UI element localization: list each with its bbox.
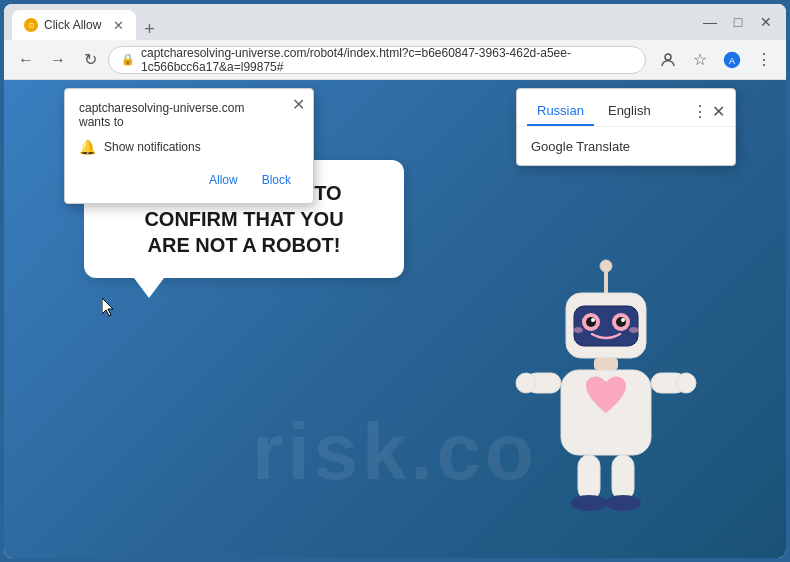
svg-point-13 <box>621 318 625 322</box>
svg-point-14 <box>573 327 583 333</box>
translate-popup: Russian English ⋮ ✕ Google Translate <box>516 88 736 166</box>
translate-tabs: Russian English ⋮ ✕ <box>517 89 735 127</box>
svg-point-12 <box>591 318 595 322</box>
robot-container <box>506 258 706 538</box>
address-input[interactable]: 🔒 captcharesolving-universe.com/robot4/i… <box>108 46 646 74</box>
cursor <box>102 298 116 318</box>
popup-notification-row: 🔔 Show notifications <box>79 139 299 155</box>
url-text: captcharesolving-universe.com/robot4/ind… <box>141 46 633 74</box>
browser-content: risk.co ✕ captcharesolving-universe.com … <box>4 80 786 558</box>
allow-button[interactable]: Allow <box>201 169 246 191</box>
translate-close-button[interactable]: ✕ <box>712 102 725 121</box>
svg-point-0 <box>665 54 671 60</box>
popup-show-text: Show notifications <box>104 140 201 154</box>
address-actions: ☆ A ⋮ <box>654 46 778 74</box>
forward-button[interactable]: → <box>44 46 72 74</box>
tab-english[interactable]: English <box>598 97 661 126</box>
back-button[interactable]: ← <box>12 46 40 74</box>
svg-marker-3 <box>102 298 113 316</box>
svg-point-11 <box>616 317 626 327</box>
tab-close-icon[interactable]: ✕ <box>113 18 124 33</box>
browser-window: ⊙ Click Allow ✕ + — □ ✕ ← → ↻ 🔒 captchar… <box>4 4 786 558</box>
address-bar: ← → ↻ 🔒 captcharesolving-universe.com/ro… <box>4 40 786 80</box>
refresh-button[interactable]: ↻ <box>76 46 104 74</box>
title-bar: ⊙ Click Allow ✕ + — □ ✕ <box>4 4 786 40</box>
svg-point-24 <box>571 495 607 511</box>
svg-point-10 <box>586 317 596 327</box>
translate-body: Google Translate <box>517 127 735 165</box>
bell-icon: 🔔 <box>79 139 96 155</box>
watermark: risk.co <box>252 406 538 498</box>
svg-rect-16 <box>594 358 618 370</box>
lock-icon: 🔒 <box>121 53 135 66</box>
svg-rect-22 <box>578 455 600 500</box>
minimize-button[interactable]: — <box>698 10 722 34</box>
popup-close-button[interactable]: ✕ <box>292 95 305 114</box>
profile-button[interactable] <box>654 46 682 74</box>
svg-point-5 <box>600 260 612 272</box>
svg-point-15 <box>629 327 639 333</box>
notification-popup: ✕ captcharesolving-universe.com wants to… <box>64 88 314 204</box>
new-tab-button[interactable]: + <box>136 19 163 40</box>
close-button[interactable]: ✕ <box>754 10 778 34</box>
svg-point-21 <box>676 373 696 393</box>
tab-title: Click Allow <box>44 18 101 32</box>
tab-bar: ⊙ Click Allow ✕ + <box>12 4 698 40</box>
svg-point-19 <box>516 373 536 393</box>
translate-more-button[interactable]: ⋮ <box>692 102 708 121</box>
active-tab[interactable]: ⊙ Click Allow ✕ <box>12 10 136 40</box>
translate-service: Google Translate <box>531 139 630 154</box>
svg-rect-23 <box>612 455 634 500</box>
svg-point-25 <box>605 495 641 511</box>
profile-icon-button[interactable]: A <box>718 46 746 74</box>
bookmark-button[interactable]: ☆ <box>686 46 714 74</box>
svg-text:A: A <box>729 55 735 65</box>
popup-buttons: Allow Block <box>79 169 299 191</box>
window-controls: — □ ✕ <box>698 10 778 34</box>
tab-favicon: ⊙ <box>24 18 38 32</box>
menu-button[interactable]: ⋮ <box>750 46 778 74</box>
popup-site-text: captcharesolving-universe.com wants to <box>79 101 299 129</box>
maximize-button[interactable]: □ <box>726 10 750 34</box>
tab-russian[interactable]: Russian <box>527 97 594 126</box>
block-button[interactable]: Block <box>254 169 299 191</box>
